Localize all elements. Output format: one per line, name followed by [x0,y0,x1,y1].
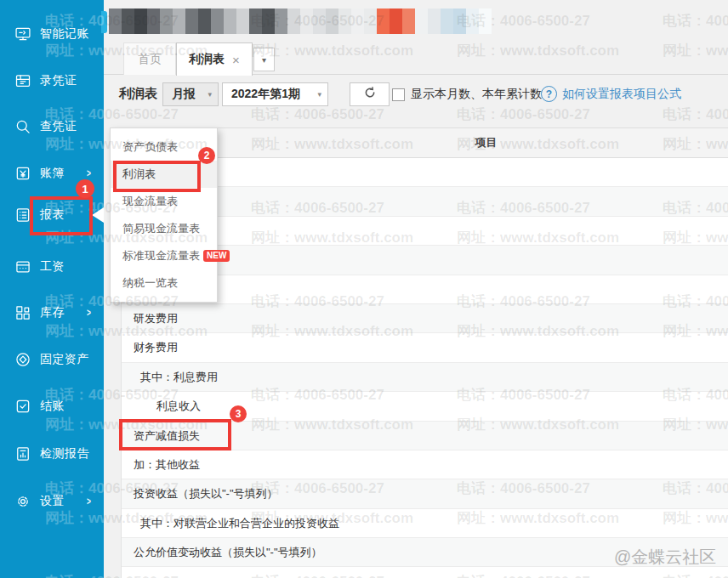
annotation-badge-3: 3 [230,405,247,422]
censor-block [377,8,390,34]
sidebar-item-label: 账簿 [40,166,65,181]
sidebar-item-label: 设置 [40,494,65,509]
table-row[interactable]: 利息收入 [122,392,728,421]
sidebar-item-voucher-entry[interactable]: 录凭证 [0,69,104,93]
sidebar-item-fixed-assets[interactable]: 固定资产 [0,348,104,371]
new-badge: NEW [203,250,230,262]
censor-block [402,8,415,34]
sidebar-item-label: 固定资产 [40,352,89,367]
table-row[interactable]: 加：其他收益 [122,450,728,479]
formula-help-link[interactable]: 如何设置报表项目公式 [562,87,681,102]
sidebar-item-inventory[interactable]: 库存> [0,301,104,325]
sidebar-item-settings[interactable]: 设置> [0,490,104,513]
table-row[interactable]: 投资收益（损失以"-"号填列） [122,479,728,508]
tab-list-dropdown-button[interactable]: ▾ [253,48,275,71]
tab-active-label: 利润表 [189,52,225,67]
table-row[interactable]: 公允价值变动收益（损失以"-"号填列） [122,538,728,567]
censor-block [211,8,224,34]
report-title: 利润表 [119,86,157,102]
table-row[interactable]: 其中：对联营企业和合营企业的投资收益 [122,509,728,538]
sidebar-item-label: 工资 [40,259,65,275]
censor-block [287,8,300,34]
help-icon[interactable]: ? [541,86,557,102]
sidebar-item-label: 智能记账 [40,26,89,42]
censor-block [122,8,134,34]
menu-item-label: 简易现金流量表 [122,215,200,242]
chevron-down-icon: ▾ [317,90,321,99]
tab-home[interactable]: 首页 [123,42,176,75]
monitor-icon [14,26,31,42]
period-select[interactable]: 2022年第1期 ▾ [222,82,328,106]
sidebar-nav: 智能记账录凭证查凭证账簿>报表工资库存>固定资产结账检测报告设置> [0,0,104,578]
table-row[interactable] [122,567,728,578]
censor-block [415,8,428,34]
refresh-button[interactable] [350,82,390,106]
active-item-notch [92,207,104,223]
censor-block [147,8,160,34]
sidebar-collapse-handle[interactable] [101,11,107,33]
sidebar-item-label: 库存 [40,305,65,320]
censored-header-region [109,8,492,34]
book-icon [14,165,31,182]
sidebar-item-voucher-search[interactable]: 查凭证 [0,115,104,139]
tab-income-statement[interactable]: 利润表 × [176,42,253,76]
check-icon [14,398,31,415]
menu-item-标准现金流量表[interactable]: 标准现金流量表NEW [111,242,217,269]
sidebar-item-label: 查凭证 [40,119,77,134]
menu-item-简易现金流量表[interactable]: 简易现金流量表 [111,215,217,242]
doc-chart-icon [14,445,31,462]
gear-icon [14,493,31,510]
censor-block [185,8,198,34]
annotation-badge-1: 1 [76,179,94,198]
annotation-box-3 [119,419,231,450]
censor-block [453,8,466,34]
censor-block [262,8,275,34]
salary-icon [14,258,31,275]
chevron-right-icon: > [87,307,91,319]
chevron-right-icon: > [87,496,91,507]
report-icon [14,207,31,224]
censor-block [198,8,211,34]
table-row[interactable]: 财务费用 [122,333,728,362]
period-value: 2022年第1期 [231,87,300,102]
table-row[interactable]: 其中：利息费用 [122,363,728,392]
censor-block [236,8,249,34]
period-type-value: 月报 [172,87,196,102]
report-toolbar: 利润表 月报 ▾ 2022年第1期 ▾ 显示本月数、本年累计数 ? 如何设置报表… [104,76,728,127]
chevron-down-icon: ▾ [262,55,266,65]
sidebar-item-test-report[interactable]: 检测报告 [0,442,104,466]
censor-block [173,8,185,34]
sidebar-item-smart-accounting[interactable]: 智能记账 [0,22,104,46]
row-item-label: 研发费用 [134,312,178,325]
show-amounts-checkbox-label: 显示本月数、本年累计数 [411,87,542,102]
tab-close-icon[interactable]: × [232,53,240,67]
sidebar-item-closing[interactable]: 结账 [0,394,104,418]
row-item-label: 利息收入 [156,400,201,412]
sidebar-item-salary[interactable]: 工资 [0,255,104,279]
row-item-label: 其中：利息费用 [140,371,218,383]
annotation-box-2 [113,161,201,192]
censor-block [134,8,147,34]
refresh-icon [363,86,377,103]
period-type-select[interactable]: 月报 ▾ [162,82,219,106]
censor-block [351,8,364,34]
row-item-label: 投资收益（损失以"-"号填列） [134,487,278,500]
sidebar-item-label: 检测报告 [40,446,89,462]
grid-icon [14,304,31,321]
table-row[interactable]: 研发费用 [122,304,728,333]
show-amounts-checkbox[interactable] [392,88,405,101]
censor-block [466,8,479,34]
censor-block [428,8,441,34]
menu-item-纳税一览表[interactable]: 纳税一览表 [111,269,217,297]
censor-block [249,8,262,34]
row-item-label: 加：其他收益 [134,458,200,471]
card-icon [14,72,31,89]
sidebar-item-label: 录凭证 [40,73,77,88]
menu-item-label: 标准现金流量表 [122,242,200,269]
censor-block [300,8,313,34]
chevron-right-icon: > [87,167,91,179]
censor-block [224,8,236,34]
menu-item-label: 资产负债表 [122,133,178,161]
sidebar-item-label: 结账 [40,399,65,414]
chevron-down-icon: ▾ [208,90,212,99]
